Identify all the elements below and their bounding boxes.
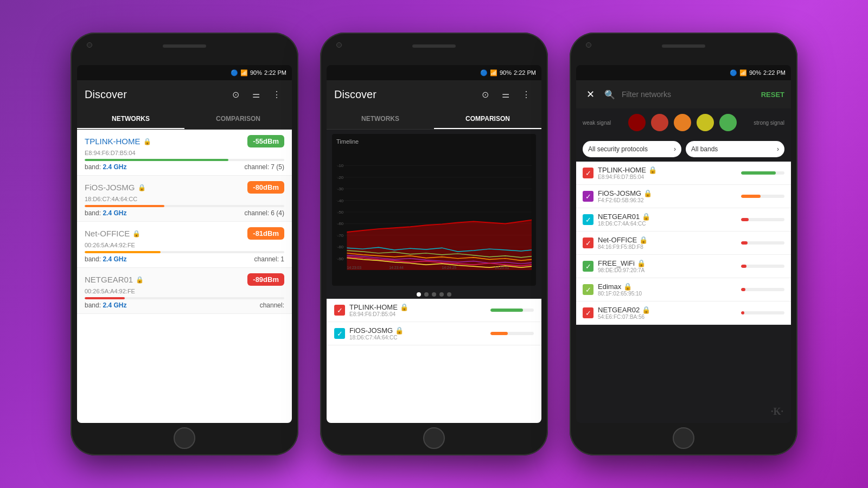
reset-button-3[interactable]: RESET	[761, 91, 784, 99]
tab-comparison-2[interactable]: COMPARISON	[434, 108, 541, 129]
filt-net-4[interactable]: ✓ Net-OFFICE 🔒 84:16:F9:F5:8D:F8	[576, 232, 791, 255]
time-3: 2:22 PM	[763, 69, 786, 76]
filt-cb-5[interactable]: ✓	[583, 261, 593, 272]
filt-cb-7[interactable]: ✓	[583, 307, 593, 318]
filt-sig-fill-1	[741, 171, 776, 175]
comp-checkbox-2-1[interactable]: ✓	[334, 305, 345, 316]
phone-3-home[interactable]	[673, 427, 694, 449]
filt-mac-7: 54:E6:FC:07:BA:56	[598, 314, 737, 320]
filt-cb-4[interactable]: ✓	[583, 237, 593, 248]
search-icon-3: 🔍	[602, 87, 617, 102]
filt-lock-4: 🔒	[639, 236, 648, 244]
search-input-3[interactable]	[622, 90, 757, 99]
signal-badge-1-3: -81dBm	[247, 227, 284, 240]
svg-text:-90: -90	[337, 256, 344, 261]
filt-cb-6[interactable]: ✓	[583, 284, 593, 295]
status-bar-2: 🔵 📶 90% 2:22 PM	[327, 65, 541, 80]
filt-info-6: Edimax 🔒 80:1F:02:65:95:10	[598, 282, 737, 297]
phone-2: 🔵 📶 90% 2:22 PM Discover ⊙ ⚌ ⋮ NETWORKS …	[320, 33, 548, 455]
svg-text:-60: -60	[337, 221, 344, 226]
filt-net-6[interactable]: ✓ Edimax 🔒 80:1F:02:65:95:10	[576, 278, 791, 301]
filt-sig-fill-3	[741, 218, 749, 221]
band-label-1-3: band: 2.4 GHz	[85, 255, 126, 263]
comp-item-2-2[interactable]: ✓ FiOS-JOSMG 🔒 18:D6:C7:4A:64:CC	[327, 322, 541, 345]
band-label-1-2: band: 2.4 GHz	[85, 209, 126, 217]
time-1: 2:22 PM	[264, 69, 286, 76]
bluetooth-icon-1: 🔵	[231, 69, 238, 76]
network-mac-1-1: E8:94:F6:D7:B5:04	[85, 150, 284, 156]
dot-3	[432, 292, 436, 297]
filt-mac-4: 84:16:F9:F5:8D:F8	[598, 244, 737, 250]
tab-comparison-1[interactable]: COMPARISON	[184, 108, 292, 129]
networks-list-1: TPLINK-HOME 🔒 -55dBm E8:94:F6:D7:B5:04 b…	[77, 130, 292, 423]
lock-icon-1-2: 🔒	[138, 184, 146, 191]
signal-badge-1-4: -89dBm	[247, 273, 284, 286]
comp-checkbox-2-2[interactable]: ✓	[334, 328, 345, 339]
filt-name-6: Edimax 🔒	[598, 282, 737, 291]
network-item-1-4[interactable]: NETGEAR01 🔒 -89dBm 00:26:5A:A4:92:FE ban…	[77, 268, 292, 314]
comparison-list-2: ✓ TPLINK-HOME 🔒 E8:94:F6:D7:B5:04	[327, 299, 541, 423]
wifi-icon-1: 📶	[240, 69, 248, 76]
filt-sig-fill-6	[741, 288, 745, 291]
filt-lock-3: 🔒	[642, 213, 650, 221]
radio-icon-1[interactable]: ⊙	[228, 87, 243, 102]
filt-cb-1[interactable]: ✓	[583, 168, 593, 178]
more-icon-2[interactable]: ⋮	[519, 87, 534, 102]
radio-icon-2[interactable]: ⊙	[477, 87, 493, 102]
filt-sig-bar-4	[741, 241, 784, 245]
chart-dots-2	[327, 290, 541, 299]
filt-mac-1: E8:94:F6:D7:B5:04	[598, 174, 737, 180]
sig-dot-2	[651, 114, 668, 131]
phone-1-home[interactable]	[174, 427, 195, 449]
network-name-1-1: TPLINK-HOME 🔒	[85, 137, 151, 146]
tab-networks-2[interactable]: NETWORKS	[327, 108, 434, 129]
security-filter-btn-3[interactable]: All security protocols ›	[583, 141, 681, 157]
filt-lock-7: 🔒	[642, 306, 650, 314]
lock-icon-1-1: 🔒	[143, 138, 151, 145]
filt-net-5[interactable]: ✓ FREE_WiFi 🔒 98:DE:D0:97:20:7A	[576, 255, 791, 278]
filt-net-7[interactable]: ✓ NETGEAR02 🔒 54:E6:FC:07:BA:56	[576, 301, 791, 325]
filt-info-7: NETGEAR02 🔒 54:E6:FC:07:BA:56	[598, 306, 737, 320]
lock-icon-1-3: 🔒	[132, 230, 141, 237]
filter-icon-1[interactable]: ⚌	[248, 87, 264, 102]
wifi-icon-3: 📶	[739, 69, 747, 76]
filter-icon-2[interactable]: ⚌	[498, 87, 513, 102]
comp-info-2-2: FiOS-JOSMG 🔒 18:D6:C7:4A:64:CC	[349, 326, 486, 341]
network-item-1-3[interactable]: Net-OFFICE 🔒 -81dBm 00:26:5A:A4:92:FE ba…	[77, 222, 292, 268]
sig-dot-1	[628, 114, 646, 131]
filt-lock-2: 🔒	[643, 189, 652, 197]
network-name-1-4: NETGEAR01 🔒	[85, 275, 144, 284]
filt-info-4: Net-OFFICE 🔒 84:16:F9:F5:8D:F8	[598, 236, 737, 250]
signal-bar-1-2	[85, 205, 284, 207]
phone-2-home[interactable]	[423, 427, 445, 449]
phone-3: 🔵 📶 90% 2:22 PM ✕ 🔍 RESET weak signal	[570, 33, 797, 455]
filt-name-7: NETGEAR02 🔒	[598, 306, 737, 314]
phone-2-shell: 🔵 📶 90% 2:22 PM Discover ⊙ ⚌ ⋮ NETWORKS …	[320, 33, 548, 455]
comp-item-2-1[interactable]: ✓ TPLINK-HOME 🔒 E8:94:F6:D7:B5:04	[327, 299, 541, 322]
filt-sig-bar-6	[741, 288, 784, 291]
filt-cb-2[interactable]: ✓	[583, 191, 593, 202]
dot-1	[417, 292, 421, 297]
filt-net-1[interactable]: ✓ TPLINK-HOME 🔒 E8:94:F6:D7:B5:04	[576, 162, 791, 185]
filt-net-2[interactable]: ✓ FiOS-JOSMG 🔒 F4:F2:6D:5B:96:32	[576, 185, 791, 208]
more-icon-1[interactable]: ⋮	[269, 87, 284, 102]
network-info-1-4: band: 2.4 GHz channel:	[85, 301, 284, 309]
network-item-1-1[interactable]: TPLINK-HOME 🔒 -55dBm E8:94:F6:D7:B5:04 b…	[77, 130, 292, 176]
filt-name-1: TPLINK-HOME 🔒	[598, 166, 737, 174]
time-2: 2:22 PM	[514, 69, 536, 76]
chevron-right-icon-3-2: ›	[777, 145, 779, 153]
signal-fill-1-4	[85, 297, 125, 299]
status-bar-3: 🔵 📶 90% 2:22 PM	[576, 65, 791, 80]
tabs-bar-1: NETWORKS COMPARISON	[77, 108, 292, 130]
close-icon-3[interactable]: ✕	[583, 87, 598, 102]
band-label-1-1: band: 2.4 GHz	[85, 163, 126, 171]
comp-lock-2-2: 🔒	[395, 326, 404, 335]
filt-cb-3[interactable]: ✓	[583, 214, 593, 225]
channel-label-1-3: channel: 1	[254, 255, 284, 263]
comp-sig-fill-2-1	[490, 309, 523, 312]
bands-filter-btn-3[interactable]: All bands ›	[686, 141, 784, 157]
tab-networks-1[interactable]: NETWORKS	[77, 108, 184, 129]
network-item-1-2[interactable]: FiOS-JOSMG 🔒 -80dBm 18:D6:C7:4A:64:CC ba…	[77, 176, 292, 222]
signal-fill-1-3	[85, 251, 161, 253]
filt-net-3[interactable]: ✓ NETGEAR01 🔒 18:D6:C7:4A:64:CC	[576, 208, 791, 232]
